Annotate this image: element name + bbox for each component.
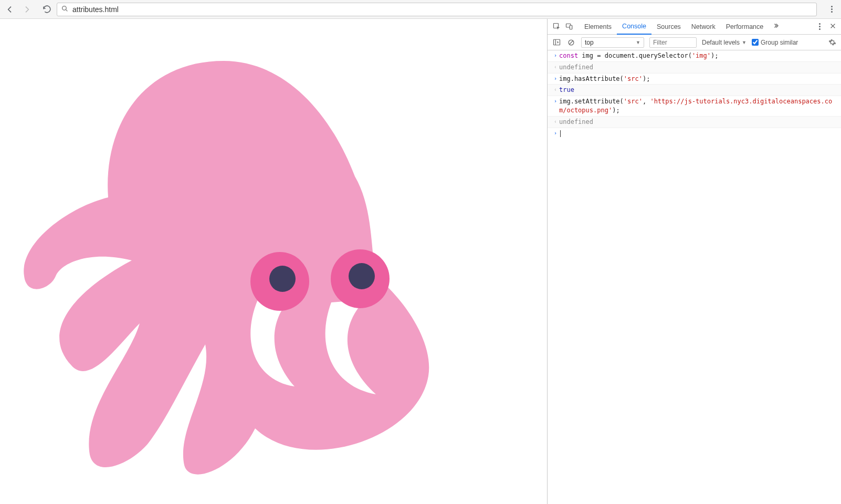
nav-arrows	[5, 5, 51, 14]
tab-network[interactable]: Network	[686, 19, 721, 35]
chevron-down-icon: ▼	[636, 40, 640, 45]
tab-elements[interactable]: Elements	[579, 19, 617, 35]
console-input-row: › img.hasAttribute('src');	[548, 74, 841, 85]
console-code: img.hasAttribute('src');	[559, 75, 837, 83]
console-prompt-row[interactable]: ›	[548, 128, 841, 139]
svg-rect-8	[570, 25, 572, 29]
forward-button[interactable]	[22, 5, 31, 14]
search-icon	[61, 5, 68, 14]
kebab-icon	[831, 6, 833, 13]
tab-performance[interactable]: Performance	[721, 19, 769, 35]
group-similar-checkbox[interactable]	[752, 39, 759, 46]
omnibox-wrapper	[57, 3, 817, 16]
group-similar-label: Group similar	[761, 39, 798, 46]
chevron-down-icon: ▼	[742, 40, 747, 45]
console-input-row: › img.setAttribute('src', 'https://js-tu…	[548, 96, 841, 117]
workspace: Elements Console Sources Network Perform…	[0, 19, 841, 504]
console-output-row: ‹ undefined	[548, 62, 841, 74]
input-caret-icon: ›	[554, 75, 557, 82]
address-bar[interactable]	[57, 3, 817, 16]
console-prompt[interactable]	[559, 129, 837, 138]
log-levels-dropdown[interactable]: Default levels ▼	[702, 39, 747, 46]
browser-toolbar	[0, 0, 841, 19]
svg-rect-11	[553, 39, 560, 45]
devtools-close-button[interactable]	[829, 23, 838, 31]
console-sidebar-toggle-icon[interactable]	[552, 38, 561, 47]
console-result: true	[559, 86, 837, 94]
text-cursor	[560, 130, 561, 137]
devtools-tab-strip: Elements Console Sources Network Perform…	[548, 19, 841, 35]
console-result: undefined	[559, 118, 837, 127]
reload-button[interactable]	[42, 5, 51, 14]
output-caret-icon: ‹	[554, 86, 557, 93]
input-caret-icon: ›	[554, 130, 557, 137]
devtools-panel: Elements Console Sources Network Perform…	[547, 19, 841, 504]
devtools-menu-icon[interactable]	[815, 22, 824, 32]
group-similar-toggle[interactable]: Group similar	[752, 39, 798, 46]
context-selector-label: top	[585, 39, 594, 46]
svg-point-0	[62, 6, 67, 10]
input-caret-icon: ›	[554, 98, 557, 105]
svg-point-5	[349, 263, 375, 289]
octopus-image	[8, 50, 470, 486]
page-content	[0, 19, 547, 504]
console-input-row: › const img = document.querySelector('im…	[548, 50, 841, 62]
console-output-row: ‹ undefined	[548, 117, 841, 128]
console-result: undefined	[559, 63, 837, 72]
console-toolbar: top ▼ Default levels ▼ Group similar	[548, 35, 841, 50]
console-code: img.setAttribute('src', 'https://js-tuto…	[559, 97, 837, 115]
device-toggle-icon[interactable]	[564, 22, 574, 32]
tab-sources[interactable]: Sources	[651, 19, 686, 35]
browser-menu[interactable]	[827, 6, 836, 13]
back-button[interactable]	[5, 5, 15, 14]
tabs-overflow-icon[interactable]	[769, 23, 783, 30]
clear-console-icon[interactable]	[566, 38, 576, 47]
output-caret-icon: ‹	[554, 64, 557, 71]
console-code: const img = document.querySelector('img'…	[559, 51, 837, 60]
svg-line-1	[66, 9, 67, 11]
console-filter-input[interactable]	[649, 37, 697, 48]
inspect-element-icon[interactable]	[552, 22, 561, 32]
svg-line-14	[570, 40, 573, 44]
url-input[interactable]	[72, 5, 812, 14]
tab-console[interactable]: Console	[617, 19, 651, 35]
log-levels-label: Default levels	[702, 39, 740, 46]
console-output-row: ‹ true	[548, 85, 841, 96]
svg-point-4	[269, 266, 296, 292]
console-output[interactable]: › const img = document.querySelector('im…	[548, 50, 841, 504]
input-caret-icon: ›	[554, 52, 557, 59]
output-caret-icon: ‹	[554, 118, 557, 125]
context-selector[interactable]: top ▼	[581, 37, 644, 48]
console-settings-icon[interactable]	[827, 38, 837, 47]
